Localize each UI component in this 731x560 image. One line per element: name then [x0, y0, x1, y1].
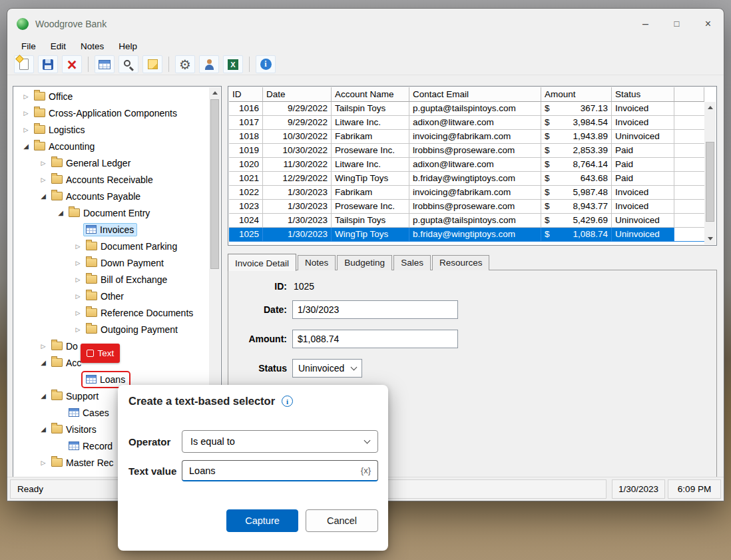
tree-expander-icon[interactable]: ▷: [38, 343, 49, 350]
tab-resources[interactable]: Resources: [432, 255, 490, 270]
new-document-button[interactable]: [14, 55, 34, 73]
date-input[interactable]: [292, 300, 458, 319]
cell-amount[interactable]: $5,987.48: [541, 186, 612, 200]
tree-item-accounts-receivable[interactable]: ▷Accounts Receivable: [14, 171, 209, 188]
status-dropdown[interactable]: Uninvoiced: [292, 359, 362, 378]
cell-account-name[interactable]: Proseware Inc.: [332, 200, 409, 214]
cell-status[interactable]: Invoiced: [612, 200, 674, 214]
cell-id[interactable]: 1017: [229, 116, 263, 130]
cell-account-name[interactable]: Proseware Inc.: [332, 144, 409, 158]
tree-item-invoices[interactable]: Invoices: [14, 221, 209, 238]
grid-row-1025[interactable]: 10251/30/2023WingTip Toysb.friday@wingti…: [229, 228, 704, 242]
cell-date[interactable]: 12/29/2022: [263, 172, 332, 186]
grid-row-1024[interactable]: 10241/30/2023Tailspin Toysp.gupta@tailsp…: [229, 214, 704, 228]
excel-export-button[interactable]: [223, 55, 243, 73]
grid-scrollbar[interactable]: [704, 102, 716, 244]
cell-account-name[interactable]: Litware Inc.: [332, 158, 409, 172]
tree-item-logistics[interactable]: ▷Logistics: [14, 121, 209, 138]
cell-date[interactable]: 10/30/2022: [263, 130, 332, 144]
scroll-up-button[interactable]: [209, 87, 220, 99]
grid-row-1020[interactable]: 102011/30/2022Litware Inc.adixon@litware…: [229, 158, 704, 172]
cell-status[interactable]: Uninvoiced: [612, 130, 674, 144]
cell-date[interactable]: 1/30/2023: [263, 228, 332, 242]
scroll-up-button[interactable]: [704, 102, 716, 113]
tree-item-accounts-payable[interactable]: ◢Accounts Payable: [14, 188, 209, 204]
cell-amount[interactable]: $5,429.69: [541, 214, 612, 228]
cell-date[interactable]: 9/29/2022: [263, 102, 332, 116]
cell-id[interactable]: 1022: [229, 186, 263, 200]
cell-amount[interactable]: $8,764.14: [541, 158, 612, 172]
menu-notes[interactable]: Notes: [73, 40, 111, 53]
cell-id[interactable]: 1024: [229, 214, 263, 228]
user-assist-button[interactable]: [199, 55, 219, 73]
cell-contact-email[interactable]: p.gupta@tailspintoys.com: [409, 102, 541, 116]
maximize-button[interactable]: □: [661, 9, 692, 39]
cell-id[interactable]: 1016: [229, 102, 263, 116]
cell-status[interactable]: Invoiced: [612, 186, 674, 200]
column-header-date[interactable]: Date: [263, 87, 332, 102]
column-header-account-name[interactable]: Account Name: [332, 87, 409, 102]
cell-contact-email[interactable]: p.gupta@tailspintoys.com: [409, 214, 541, 228]
grid-row-1022[interactable]: 10221/30/2023Fabrikaminvoicing@fabrikam.…: [229, 186, 704, 200]
delete-button[interactable]: [62, 55, 82, 73]
tree-expander-icon[interactable]: ◢: [38, 392, 49, 400]
cell-account-name[interactable]: WingTip Toys: [332, 228, 409, 242]
tree-expander-icon[interactable]: ▷: [73, 276, 83, 283]
cell-contact-email[interactable]: adixon@litware.com: [409, 116, 541, 130]
tree-item-outgoing-payment[interactable]: ▷Outgoing Payment: [14, 321, 209, 338]
tree-item-document-entry[interactable]: ◢Document Entry: [14, 204, 209, 221]
tree-item-office[interactable]: ▷Office: [14, 88, 209, 105]
cell-id[interactable]: 1019: [229, 144, 263, 158]
tree-expander-icon[interactable]: ▷: [73, 310, 83, 316]
grid-row-1021[interactable]: 102112/29/2022WingTip Toysb.friday@wingt…: [229, 172, 704, 186]
cell-status[interactable]: Uninvoiced: [612, 228, 674, 242]
tree-expander-icon[interactable]: ◢: [38, 425, 49, 433]
cell-account-name[interactable]: Litware Inc.: [332, 116, 409, 130]
notes-button[interactable]: [142, 55, 162, 73]
tab-sales[interactable]: Sales: [393, 255, 431, 270]
cell-amount[interactable]: $643.68: [541, 172, 612, 186]
grid-row-1019[interactable]: 101910/30/2022Proseware Inc.lrobbins@pro…: [229, 144, 704, 158]
tree-expander-icon[interactable]: ◢: [55, 209, 66, 216]
cell-contact-email[interactable]: adixon@litware.com: [409, 158, 541, 172]
tab-notes[interactable]: Notes: [298, 255, 336, 270]
grid-row-1018[interactable]: 101810/30/2022Fabrikaminvoicing@fabrikam…: [229, 130, 704, 144]
save-button[interactable]: [38, 55, 58, 73]
cell-id[interactable]: 1020: [229, 158, 263, 172]
cell-date[interactable]: 9/29/2022: [263, 116, 332, 130]
cell-date[interactable]: 1/30/2023: [263, 186, 332, 200]
tree-expander-icon[interactable]: ▷: [21, 110, 31, 117]
scroll-down-button[interactable]: [704, 233, 716, 244]
cell-id[interactable]: 1021: [229, 172, 263, 186]
tree-expander-icon[interactable]: ▷: [73, 326, 83, 333]
scrollbar-thumb[interactable]: [210, 99, 219, 269]
tree-expander-icon[interactable]: ▷: [38, 176, 49, 183]
capture-button[interactable]: Capture: [226, 509, 298, 532]
cell-date[interactable]: 1/30/2023: [263, 200, 332, 214]
cell-status[interactable]: Invoiced: [612, 102, 674, 116]
search-button[interactable]: [119, 55, 138, 73]
cell-contact-email[interactable]: lrobbins@proseware.com: [409, 144, 541, 158]
cell-date[interactable]: 11/30/2022: [263, 158, 332, 172]
cancel-button[interactable]: Cancel: [306, 509, 378, 532]
tree-expander-icon[interactable]: ▷: [21, 127, 31, 133]
cell-amount[interactable]: $1,943.89: [541, 130, 612, 144]
cell-amount[interactable]: $2,853.39: [541, 144, 612, 158]
cell-amount[interactable]: $8,943.77: [541, 200, 612, 214]
tree-item-down-payment[interactable]: ▷Down Payment: [14, 254, 209, 271]
column-header-contact-email[interactable]: Contact Email: [409, 87, 541, 102]
cell-status[interactable]: Paid: [612, 144, 674, 158]
settings-button[interactable]: [175, 55, 195, 73]
tab-invoice-detail[interactable]: Invoice Detail: [228, 254, 296, 271]
tree-item-other[interactable]: ▷Other: [14, 288, 209, 304]
cell-status[interactable]: Invoiced: [612, 116, 674, 130]
cell-account-name[interactable]: Tailspin Toys: [332, 102, 409, 116]
tree-item-bill-of-exchange[interactable]: ▷Bill of Exchange: [14, 271, 209, 288]
cell-id[interactable]: 1023: [229, 200, 263, 214]
grid-row-1023[interactable]: 10231/30/2023Proseware Inc.lrobbins@pros…: [229, 200, 704, 214]
tree-item-document-parking[interactable]: ▷Document Parking: [14, 238, 209, 254]
tree-expander-icon[interactable]: ▷: [21, 93, 31, 100]
menu-file[interactable]: File: [14, 40, 43, 53]
cell-id[interactable]: 1018: [229, 130, 263, 144]
menu-edit[interactable]: Edit: [43, 40, 73, 53]
